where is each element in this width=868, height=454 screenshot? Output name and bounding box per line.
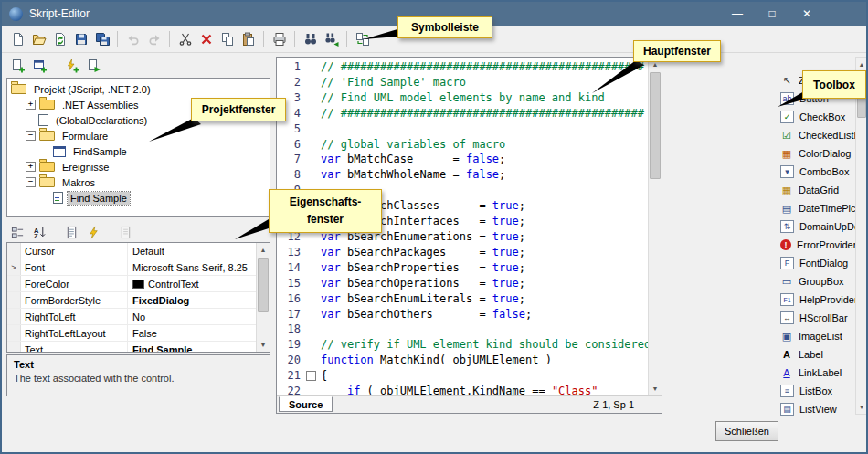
print-button[interactable] bbox=[269, 29, 290, 49]
property-row-forecolor[interactable]: ForeColorControlText bbox=[7, 276, 270, 292]
toolbox-item-datagrid[interactable]: ▦DataGrid bbox=[780, 181, 855, 199]
new-event-button[interactable] bbox=[62, 57, 81, 75]
scroll-up-icon[interactable]: ▲ bbox=[856, 58, 867, 71]
property-pages-button[interactable] bbox=[116, 223, 135, 241]
toolbox-item-listview[interactable]: ▤ListView bbox=[780, 400, 855, 418]
tree-item-projekt-jscript-net-2-0[interactable]: Projekt (JScript, .NET 2.0) bbox=[7, 81, 270, 97]
toolbox-item-helpprovider[interactable]: F1HelpProvider bbox=[780, 290, 855, 309]
close-dialog-button[interactable]: Schließen bbox=[715, 421, 778, 441]
property-row-font[interactable]: >FontMicrosoft Sans Serif, 8.25 bbox=[7, 259, 270, 276]
toolbox-item-domainupdown[interactable]: ⇅DomainUpDown bbox=[780, 217, 855, 236]
toolbox-item-label[interactable]: ALabel bbox=[780, 345, 855, 364]
row-margin bbox=[7, 276, 21, 291]
replace-button[interactable] bbox=[352, 29, 373, 49]
fold-collapse-icon[interactable]: − bbox=[306, 371, 316, 381]
delete-button[interactable] bbox=[196, 29, 217, 49]
tree-item-formulare[interactable]: −Formulare bbox=[7, 128, 270, 143]
tree-item-label: Ereignisse bbox=[59, 161, 111, 174]
collapse-icon[interactable]: − bbox=[26, 131, 36, 141]
toolbox-item-errorprovider[interactable]: !ErrorProvider bbox=[780, 236, 855, 254]
fold-margin bbox=[305, 106, 317, 121]
find-next-button[interactable] bbox=[321, 29, 342, 49]
code-line: 16var bSearchEnumLiterals = true; bbox=[277, 291, 648, 307]
code-text: function MatchKind( objUMLElement ) bbox=[317, 353, 648, 368]
new-macro-button[interactable] bbox=[8, 57, 27, 75]
line-number: 20 bbox=[277, 353, 305, 368]
toolbox-item-checkedlistbox[interactable]: ☑CheckedListBox bbox=[780, 126, 855, 144]
save-all-button[interactable] bbox=[91, 29, 112, 49]
toolbox-item-imagelist[interactable]: ▣ImageList bbox=[780, 327, 855, 345]
line-number: 2 bbox=[277, 75, 305, 90]
open-file-button[interactable] bbox=[28, 29, 49, 49]
scroll-up-icon[interactable]: ▲ bbox=[257, 243, 270, 257]
toolbox-item-checkbox[interactable]: ✓CheckBox bbox=[780, 108, 855, 126]
properties-scrollbar[interactable]: ▲ ▼ bbox=[256, 243, 270, 352]
events-button[interactable] bbox=[84, 223, 103, 241]
toolbox-item-listbox[interactable]: ≡ListBox bbox=[780, 382, 855, 400]
maximize-button[interactable]: □ bbox=[766, 7, 778, 20]
line-number: 18 bbox=[277, 322, 305, 337]
code-editor[interactable]: 1// ####################################… bbox=[276, 57, 662, 414]
toolbox-item-colordialog[interactable]: ▦ColorDialog bbox=[780, 144, 855, 163]
source-tab[interactable]: Source bbox=[279, 396, 333, 412]
collapse-icon[interactable]: − bbox=[26, 177, 36, 187]
save-button[interactable] bbox=[70, 29, 91, 49]
line-number: 7 bbox=[277, 152, 305, 167]
row-expander-icon[interactable]: > bbox=[7, 259, 21, 275]
property-row-righttoleft[interactable]: RightToLeftNo bbox=[7, 309, 270, 325]
close-window-button[interactable]: ✕ bbox=[800, 7, 813, 20]
scroll-down-icon[interactable]: ▼ bbox=[257, 338, 270, 352]
code-text: var bSearchEnumLiterals = true; bbox=[317, 291, 648, 307]
editor-bottom-bar: Source Z 1, Sp 1 bbox=[277, 395, 662, 413]
toolbox-item-label: HScrollBar bbox=[799, 312, 848, 323]
code-line: 15var bSearchOperations = true; bbox=[277, 276, 648, 291]
toolbox-item-linklabel[interactable]: ALinkLabel bbox=[780, 364, 855, 382]
reload-file-button[interactable] bbox=[49, 29, 70, 49]
property-row-righttoleftlayout[interactable]: RightToLeftLayoutFalse bbox=[7, 325, 270, 342]
tree-item-makros[interactable]: −Makros bbox=[7, 174, 270, 190]
datetimepicker-icon: ▤ bbox=[780, 203, 793, 215]
scrollbar-thumb[interactable] bbox=[650, 72, 661, 179]
toolbox-item-combobox[interactable]: ▾ComboBox bbox=[780, 163, 855, 181]
find-button[interactable] bbox=[300, 29, 321, 49]
expand-icon[interactable]: + bbox=[26, 162, 36, 172]
alphabetical-button[interactable]: AZ bbox=[30, 223, 49, 241]
editor-vertical-scrollbar[interactable]: ▲ ▼ bbox=[648, 58, 662, 396]
toolbox-item-fontdialog[interactable]: FFontDialog bbox=[780, 254, 855, 272]
run-macro-button[interactable] bbox=[84, 57, 103, 75]
toolbox-item-datetimepicker[interactable]: ▤DateTimePicker bbox=[780, 199, 855, 217]
copy-button[interactable] bbox=[217, 29, 238, 49]
colordialog-icon: ▦ bbox=[780, 148, 793, 160]
fold-margin bbox=[305, 167, 317, 183]
tree-item-find-sample[interactable]: Find Sample bbox=[7, 190, 270, 206]
toolbar-separator bbox=[263, 31, 264, 47]
fold-margin bbox=[305, 260, 317, 276]
checkbox-icon: ✓ bbox=[780, 111, 794, 123]
scrollbar-thumb[interactable] bbox=[258, 258, 269, 312]
expand-icon[interactable]: + bbox=[26, 100, 36, 110]
code-line: 6// global variables of macro bbox=[277, 137, 648, 153]
categorized-button[interactable] bbox=[8, 223, 27, 241]
tree-item-findsample[interactable]: FindSample bbox=[7, 143, 270, 159]
toolbox-item-hscrollbar[interactable]: ↔HScrollBar bbox=[780, 309, 855, 327]
property-row-text[interactable]: TextFind Sample bbox=[7, 342, 270, 353]
tree-item-ereignisse[interactable]: +Ereignisse bbox=[7, 159, 270, 174]
toolbox-scrollbar[interactable]: ▲ ▼ bbox=[855, 57, 868, 415]
paste-button[interactable] bbox=[238, 29, 259, 49]
combobox-icon: ▾ bbox=[780, 165, 794, 178]
scroll-down-icon[interactable]: ▼ bbox=[649, 382, 662, 396]
property-row-formborderstyle[interactable]: FormBorderStyleFixedDialog bbox=[7, 292, 270, 309]
app-icon bbox=[9, 7, 23, 21]
toolbox-item-groupbox[interactable]: ▭GroupBox bbox=[780, 272, 855, 290]
toolbox-item-label: ComboBox bbox=[799, 166, 849, 177]
code-line: 21−{ bbox=[277, 368, 648, 384]
folder-icon bbox=[39, 100, 55, 110]
property-name: Text bbox=[21, 342, 128, 353]
properties-button[interactable] bbox=[62, 223, 81, 241]
scroll-down-icon[interactable]: ▼ bbox=[856, 400, 867, 414]
cut-button[interactable] bbox=[175, 29, 196, 49]
minimize-button[interactable]: — bbox=[731, 7, 744, 20]
new-file-button[interactable] bbox=[7, 29, 28, 49]
property-row-cursor[interactable]: CursorDefault bbox=[7, 243, 270, 259]
new-form-button[interactable] bbox=[30, 57, 49, 75]
